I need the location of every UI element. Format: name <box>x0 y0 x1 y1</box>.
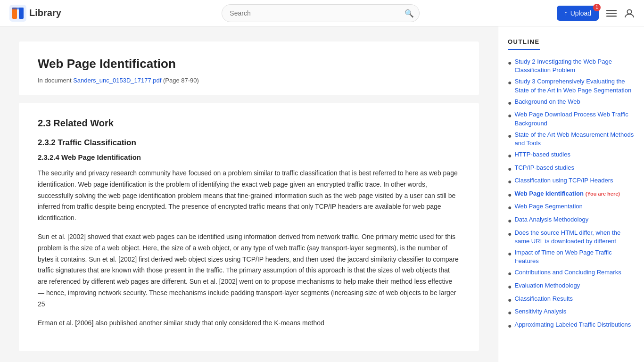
section-2-3-2-4-heading: 2.3.2.4 Web Page Identification <box>38 153 460 161</box>
main-content: Web Page Identification In document Sand… <box>0 26 498 362</box>
outline-item-classification: ●Classification using TCP/IP Headers <box>508 176 635 187</box>
bullet-icon: ● <box>508 230 512 239</box>
search-icon: 🔍 <box>405 8 414 17</box>
outline-item-stateart: ●State of the Art Web Measurement Method… <box>508 131 635 148</box>
outline-link-classification[interactable]: Classification using TCP/IP Headers <box>514 176 613 185</box>
svg-rect-4 <box>606 10 617 11</box>
svg-rect-0 <box>9 5 26 22</box>
outline-link-contributions[interactable]: Contributions and Concluding Remarks <box>514 268 621 277</box>
doc-pages: (Page 87-90) <box>163 77 199 84</box>
outline-item-impacttime: ●Impact of Time on Web Page Traffic Feat… <box>508 248 635 265</box>
outline-link-stateart[interactable]: State of the Art Web Measurement Methods… <box>514 131 635 148</box>
bullet-icon: ● <box>508 296 512 305</box>
bullet-icon: ● <box>508 58 512 68</box>
svg-point-7 <box>627 9 632 14</box>
bullet-icon: ● <box>508 321 512 331</box>
outline-link-evalmeth[interactable]: Evaluation Methodology <box>514 281 580 290</box>
bullet-icon: ● <box>508 99 512 108</box>
doc-title-section: Web Page Identification In document Sand… <box>19 41 479 95</box>
upload-arrow-icon: ↑ <box>564 9 568 17</box>
user-button[interactable] <box>624 8 635 18</box>
search-area: 🔍 <box>85 4 557 22</box>
bullet-icon: ● <box>508 308 512 318</box>
bullet-icon: ● <box>508 132 512 141</box>
outline-link-impacttime[interactable]: Impact of Time on Web Page Traffic Featu… <box>514 248 635 265</box>
outline-item-segmentation: ●Web Page Segmentation <box>508 202 635 213</box>
svg-rect-5 <box>606 13 617 14</box>
outline-item-http: ●HTTP-based studies <box>508 150 635 161</box>
bullet-icon: ● <box>508 177 512 187</box>
bullet-icon: ● <box>508 111 512 121</box>
header-right: ↑ Upload 1 <box>557 6 635 21</box>
outline-link-classresults[interactable]: Classification Results <box>514 295 573 303</box>
outline-link-dataanalysis[interactable]: Data Analysis Methodology <box>514 215 588 224</box>
outline-item-tcpip: ●TCP/IP-based studies <box>508 164 635 174</box>
outline-link-sourcediff[interactable]: Does the source HTML differ, when the sa… <box>514 229 635 246</box>
outline-link-segmentation[interactable]: Web Page Segmentation <box>514 202 582 211</box>
bullet-icon: ● <box>508 78 512 88</box>
bullet-icon: ● <box>508 216 512 226</box>
logo-text: Library <box>29 8 61 18</box>
bullet-icon: ● <box>508 269 512 279</box>
section-2-3-2-heading: 2.3.2 Traffic Classification <box>38 138 460 148</box>
notification-badge: 1 <box>593 4 601 11</box>
outline-item-download: ●Web Page Download Process Web Traffic B… <box>508 110 635 127</box>
bullet-icon: ● <box>508 249 512 259</box>
outline-item-sensitivity: ●Sensitivity Analysis <box>508 307 635 318</box>
outline-item-contributions: ●Contributions and Concluding Remarks <box>508 268 635 279</box>
outline-link-sensitivity[interactable]: Sensitivity Analysis <box>514 307 566 316</box>
upload-button[interactable]: ↑ Upload 1 <box>557 6 599 21</box>
outline-link-background[interactable]: Background on the Web <box>514 98 580 106</box>
bullet-icon: ● <box>508 203 512 213</box>
outline-link-approxlabeled[interactable]: Approximating Labeled Traffic Distributi… <box>514 321 631 329</box>
outline-link-http[interactable]: HTTP-based studies <box>514 150 570 159</box>
page-layout: Web Page Identification In document Sand… <box>0 26 644 362</box>
doc-file-link[interactable]: Sanders_unc_0153D_17177.pdf <box>73 77 161 84</box>
search-input[interactable] <box>222 4 420 22</box>
doc-title: Web Page Identification <box>38 57 460 71</box>
body-paragraph-3: Erman et al. [2006] also published anoth… <box>38 318 460 329</box>
outline-item-sourcediff: ●Does the source HTML differ, when the s… <box>508 229 635 246</box>
outline-link-study3[interactable]: Study 3 Comprehensively Evaluating the S… <box>514 77 635 94</box>
outline-item-study3: ●Study 3 Comprehensively Evaluating the … <box>508 77 635 94</box>
svg-rect-3 <box>12 8 24 9</box>
bullet-icon: ● <box>508 282 512 292</box>
outline-link-download[interactable]: Web Page Download Process Web Traffic Ba… <box>514 110 635 127</box>
user-icon <box>624 8 635 18</box>
svg-rect-6 <box>606 16 617 17</box>
meta-prefix: In document <box>38 77 72 84</box>
menu-button[interactable] <box>606 8 617 18</box>
body-paragraph-1: The security and privacy research commun… <box>38 168 460 224</box>
outline-item-study2: ●Study 2 Investigating the Web Page Clas… <box>508 58 635 74</box>
outline-item-dataanalysis: ●Data Analysis Methodology <box>508 215 635 226</box>
bullet-icon: ● <box>508 151 512 161</box>
section-2-3-heading: 2.3 Related Work <box>38 118 460 129</box>
doc-body-section: 2.3 Related Work 2.3.2 Traffic Classific… <box>19 103 479 351</box>
doc-meta: In document Sanders_unc_0153D_17177.pdf … <box>38 77 460 84</box>
search-wrapper: 🔍 <box>222 4 420 22</box>
bullet-icon: ● <box>508 165 512 174</box>
outline-item-evalmeth: ●Evaluation Methodology <box>508 281 635 292</box>
header: Library 🔍 ↑ Upload 1 <box>0 0 644 26</box>
outline-item-webpageid: ●Web Page Identification(You are here) <box>508 189 635 200</box>
hamburger-icon <box>606 8 617 18</box>
logo-area: Library <box>9 5 85 22</box>
bullet-icon: ● <box>508 190 512 200</box>
upload-label: Upload <box>570 9 591 17</box>
you-are-here-badge: (You are here) <box>586 191 620 197</box>
outline-list: ●Study 2 Investigating the Web Page Clas… <box>508 58 635 330</box>
body-paragraph-2: Sun et al. [2002] showed that exact web … <box>38 231 460 310</box>
outline-item-classresults: ●Classification Results <box>508 295 635 305</box>
outline-title: OUTLINE <box>508 38 540 50</box>
outline-link-tcpip[interactable]: TCP/IP-based studies <box>514 164 574 172</box>
outline-item-background: ●Background on the Web <box>508 98 635 108</box>
outline-link-webpageid[interactable]: Web Page Identification(You are here) <box>514 189 620 198</box>
outline-item-approxlabeled: ●Approximating Labeled Traffic Distribut… <box>508 321 635 331</box>
outline-link-study2[interactable]: Study 2 Investigating the Web Page Class… <box>514 58 635 74</box>
outline-sidebar: OUTLINE ●Study 2 Investigating the Web P… <box>498 26 644 362</box>
logo-icon <box>9 5 26 22</box>
